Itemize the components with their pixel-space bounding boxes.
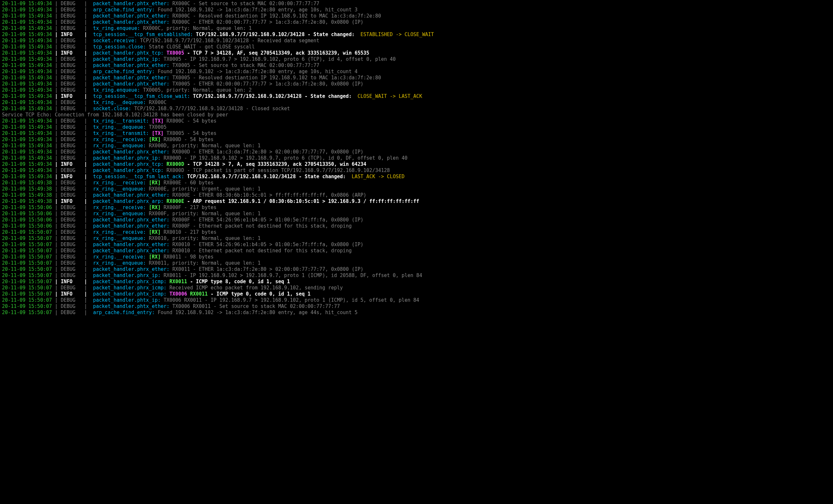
log-separator: | (81, 242, 93, 248)
log-level: DEBUG (61, 168, 81, 173)
log-message-seg: TX0006 RX0011 - Set source to stack MAC … (169, 303, 340, 309)
log-message-seg: RX0010 - Ethernet packet not destined fo… (169, 248, 352, 254)
log-source: packet_handler.phtx_tcp: (93, 50, 164, 56)
log-separator: | (81, 229, 93, 235)
terminal-log[interactable]: 20-11-09 15:49:34 | DEBUG | packet_handl… (0, 0, 833, 317)
log-level: DEBUG (61, 7, 81, 13)
log-source: tx_ring.enqueue: (93, 25, 140, 31)
log-line: 20-11-09 15:49:34 | DEBUG | tx_ring.__de… (2, 124, 831, 130)
log-source: packet_handler.phtx_ether: (93, 81, 169, 87)
log-message-seg: [TX] (152, 130, 164, 136)
log-level: INFO (61, 161, 81, 167)
log-level: DEBUG (61, 235, 81, 241)
log-level: DEBUG (61, 81, 81, 87)
log-line: 20-11-09 15:49:34 | DEBUG | tx_ring.__tr… (2, 130, 831, 136)
log-timestamp: 20-11-09 15:49:34 (2, 81, 52, 87)
log-separator: | (52, 168, 61, 173)
log-separator: | (52, 149, 61, 155)
log-message-seg: State CLOSE_WAIT - got CLOSE syscall (146, 44, 255, 50)
log-message-seg: TX0005 (146, 124, 167, 130)
log-timestamp: 20-11-09 15:49:34 (2, 87, 52, 93)
log-separator: | (52, 62, 61, 68)
log-level: DEBUG (61, 124, 81, 130)
log-message-seg (146, 180, 149, 186)
log-separator: | (52, 87, 61, 93)
log-level: DEBUG (61, 297, 81, 303)
log-separator: | (52, 136, 61, 143)
log-message-seg: TX0005 - Set source to stack MAC 02:00:0… (169, 62, 319, 68)
log-source: tx_ring.enqueue: (93, 87, 140, 93)
log-separator: | (52, 235, 61, 241)
log-line: 20-11-09 15:50:07 | DEBUG | packet_handl… (2, 266, 831, 273)
log-timestamp: 20-11-09 15:49:34 (2, 1, 52, 6)
log-source: rx_ring.__enqueue: (93, 235, 146, 241)
log-level: DEBUG (61, 309, 81, 316)
log-message-seg: RX0011 - IP 192.168.9.102 > 192.168.9.7,… (161, 273, 422, 278)
log-timestamp: 20-11-09 15:49:38 (2, 186, 52, 192)
log-source: socket.receive: (93, 38, 137, 44)
log-timestamp: 20-11-09 15:50:07 (2, 254, 52, 260)
log-message-seg: ESTABLISHED -> CLOSE_WAIT (360, 31, 434, 37)
log-level: INFO (61, 279, 81, 284)
log-separator: | (52, 50, 61, 56)
log-level: INFO (61, 174, 81, 179)
log-message-seg: RX000F, priority: Normal, queue len: 1 (146, 211, 261, 217)
log-separator: | (81, 118, 93, 124)
log-level: DEBUG (61, 217, 81, 223)
log-timestamp: 20-11-09 15:49:34 (2, 13, 52, 19)
log-separator: | (52, 260, 61, 266)
log-timestamp: 20-11-09 15:50:07 (2, 291, 52, 297)
log-message-seg: RX0010 - 217 bytes (161, 229, 217, 235)
log-message-seg: RX000E, priority: Urgent, queue len: 1 (146, 186, 261, 192)
log-separator: | (81, 155, 93, 161)
log-line: 20-11-09 15:49:34 | DEBUG | rx_ring.__re… (2, 136, 831, 143)
log-message-seg: Received ICMP echo packet from 192.168.9… (167, 285, 343, 291)
log-source: tcp_session.__tcp_fsm_established: (93, 31, 193, 37)
log-message-seg: TX0005 - 54 bytes (164, 130, 217, 136)
log-timestamp: 20-11-09 15:49:38 (2, 192, 52, 198)
log-line: 20-11-09 15:50:07 | DEBUG | packet_handl… (2, 285, 831, 291)
log-timestamp: 20-11-09 15:49:34 (2, 136, 52, 143)
log-line: 20-11-09 15:50:07 | DEBUG | rx_ring.__re… (2, 254, 831, 260)
log-separator: | (52, 44, 61, 50)
log-separator: | (81, 93, 93, 99)
log-separator: | (81, 161, 93, 167)
log-timestamp: 20-11-09 15:50:07 (2, 260, 52, 266)
log-level: INFO (61, 50, 81, 56)
log-separator: | (81, 211, 93, 217)
log-timestamp: 20-11-09 15:49:34 (2, 19, 52, 25)
log-level: DEBUG (61, 130, 81, 136)
log-timestamp: 20-11-09 15:49:34 (2, 161, 52, 167)
log-message-seg: RX000C - Resolved destiantion IP 192.168… (169, 13, 381, 19)
log-line: 20-11-09 15:50:07 | DEBUG | rx_ring.__en… (2, 260, 831, 266)
log-line: 20-11-09 15:49:38 | INFO | packet_handle… (2, 198, 831, 204)
log-source: packet_handler.phtx_ether: (93, 13, 169, 19)
log-timestamp: 20-11-09 15:49:34 (2, 44, 52, 50)
log-timestamp: 20-11-09 15:49:34 (2, 155, 52, 161)
log-message-seg (164, 161, 167, 167)
log-source: packet_handler.phtx_ether: (93, 75, 169, 81)
log-separator: | (81, 19, 93, 25)
log-source: packet_handler.phrx_ether: (93, 248, 169, 254)
log-level: DEBUG (61, 192, 81, 198)
log-message-seg (149, 118, 152, 124)
log-separator: | (52, 13, 61, 19)
log-message-seg: - TCP 34128 > 7, A, seq 3335163239, ack … (184, 161, 366, 167)
log-message-seg: RX0011 (169, 279, 187, 284)
log-message-seg: RX0011 - ETHER 1a:c3:da:7f:2e:80 > 02:00… (169, 266, 363, 272)
log-separator: | (81, 235, 93, 241)
log-level: DEBUG (61, 303, 81, 309)
log-source: packet_handler.phrx_ether: (93, 266, 169, 272)
log-separator: | (81, 50, 93, 56)
log-line: 20-11-09 15:49:34 | DEBUG | socket.close… (2, 106, 831, 112)
log-separator: | (52, 19, 61, 25)
log-timestamp: 20-11-09 15:49:34 (2, 56, 52, 62)
log-message-seg (146, 136, 149, 143)
log-separator: | (52, 186, 61, 192)
log-line: 20-11-09 15:49:34 | DEBUG | packet_handl… (2, 81, 831, 87)
log-line: 20-11-09 15:49:38 | DEBUG | packet_handl… (2, 192, 831, 198)
log-timestamp: 20-11-09 15:50:07 (2, 248, 52, 254)
log-raw-text: Service TCP Echo: Connection from 192.16… (2, 112, 228, 118)
log-separator: | (52, 155, 61, 161)
log-timestamp: 20-11-09 15:50:07 (2, 229, 52, 235)
